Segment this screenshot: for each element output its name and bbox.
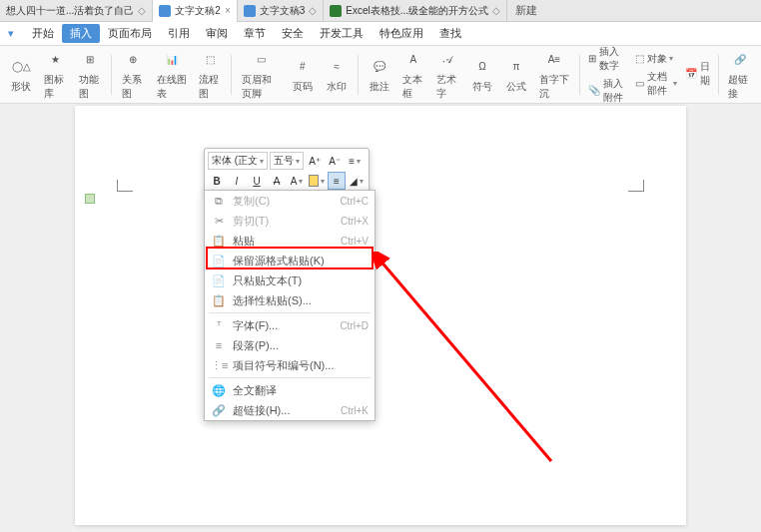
- menu-dev[interactable]: 开发工具: [312, 26, 372, 41]
- btn-attach[interactable]: 📎 插入附件: [584, 76, 631, 106]
- btn-date[interactable]: 📅 日期: [681, 59, 714, 89]
- bullets-icon: ⋮≡: [211, 359, 227, 372]
- ctx-translate[interactable]: 🌐全文翻译: [205, 380, 375, 400]
- obj-icon: ⬚: [635, 53, 644, 64]
- menu-refs[interactable]: 引用: [160, 26, 198, 41]
- btn-docpart[interactable]: ▭ 文档部件▾: [631, 69, 681, 99]
- tab-label: 文字文稿2: [175, 4, 221, 18]
- document-page[interactable]: [75, 106, 686, 525]
- separator: [209, 312, 371, 313]
- bold-button[interactable]: B: [208, 172, 226, 190]
- pin-icon: ◇: [309, 5, 317, 16]
- header-icon: ▭: [250, 49, 272, 71]
- link-icon: 🔗: [211, 404, 227, 417]
- ctx-paste-special[interactable]: 📋选择性粘贴(S)...: [205, 290, 375, 310]
- grow-font-button[interactable]: A⁺: [306, 152, 324, 170]
- comment-icon: 💬: [369, 56, 390, 78]
- btn-formula[interactable]: π公式: [499, 54, 533, 96]
- underline-button[interactable]: U: [248, 172, 266, 190]
- tab-doc1[interactable]: 想人四十一道...活着负了自己◇: [0, 0, 153, 22]
- list-button[interactable]: ≡▾: [346, 152, 364, 170]
- ctx-copy: ⧉复制(C)Ctrl+C: [205, 191, 375, 211]
- btn-comment[interactable]: 💬批注: [363, 54, 396, 96]
- fill-button[interactable]: ◢▾: [348, 172, 366, 190]
- menu-start[interactable]: 开始: [24, 26, 62, 41]
- pin-icon: ◇: [492, 5, 500, 16]
- btn-icons[interactable]: ★图标库: [38, 47, 73, 103]
- ctx-cut: ✂剪切(T)Ctrl+X: [205, 211, 375, 231]
- workspace: [0, 104, 761, 532]
- num-icon: ⊞: [588, 53, 596, 64]
- shrink-font-button[interactable]: A⁻: [326, 152, 344, 170]
- align-button[interactable]: ≡: [328, 172, 346, 190]
- btn-symbol[interactable]: Ω符号: [465, 54, 499, 96]
- btn-first[interactable]: A≡首字下沉: [533, 47, 575, 103]
- paste-text-icon: 📄: [211, 274, 227, 287]
- menu-bar: ▾ 开始 插入 页面布局 引用 审阅 章节 安全 开发工具 特色应用 查找: [0, 22, 761, 46]
- btn-rel[interactable]: ⊕关系图: [116, 47, 151, 103]
- dropcap-icon: A≡: [543, 49, 565, 71]
- margin-corner-tl: [117, 180, 133, 192]
- doc-icon: [159, 5, 171, 17]
- btn-insnum[interactable]: ⊞ 插入数字: [584, 44, 631, 74]
- tab-doc3[interactable]: 文字文稿3◇: [238, 0, 325, 22]
- tab-doc2[interactable]: 文字文稿2×: [153, 0, 237, 22]
- symbol-icon: Ω: [471, 56, 493, 78]
- attach-icon: 📎: [588, 85, 600, 96]
- btn-flow[interactable]: ⬚流程图: [193, 47, 228, 103]
- menu-security[interactable]: 安全: [274, 26, 312, 41]
- paragraph-icon: ≡: [211, 339, 227, 351]
- strike-button[interactable]: A: [268, 172, 286, 190]
- btn-obj[interactable]: ⬚ 对象▾: [631, 51, 681, 67]
- ctx-paste[interactable]: 📋粘贴Ctrl+V: [205, 231, 375, 251]
- tab-new[interactable]: 新建: [507, 3, 545, 18]
- btn-pagenum[interactable]: #页码: [286, 54, 320, 96]
- watermark-icon: ≈: [326, 56, 348, 78]
- menu-insert[interactable]: 插入: [62, 24, 100, 43]
- cut-icon: ✂: [211, 215, 227, 228]
- ctx-hyperlink[interactable]: 🔗超链接(H)...Ctrl+K: [205, 400, 375, 420]
- btn-func[interactable]: ⊞功能图: [73, 47, 108, 103]
- ctx-paste-text[interactable]: 📄只粘贴文本(T): [205, 270, 375, 290]
- date-icon: 📅: [685, 68, 697, 79]
- ctx-font[interactable]: ᵀ字体(F)...Ctrl+D: [205, 315, 375, 335]
- font-icon: ᵀ: [211, 319, 227, 332]
- chart-icon: 📊: [161, 49, 183, 71]
- separator: [231, 55, 232, 95]
- btn-online[interactable]: 📊在线图表: [151, 47, 193, 103]
- menu-chapter[interactable]: 章节: [236, 26, 274, 41]
- func-icon: ⊞: [79, 49, 101, 71]
- btn-textbox[interactable]: A文本框: [396, 47, 431, 103]
- docpart-icon: ▭: [635, 78, 644, 89]
- btn-hyperlink[interactable]: 🔗超链接: [722, 47, 757, 103]
- app-menu-icon[interactable]: ▾: [8, 27, 14, 40]
- context-menu: ⧉复制(C)Ctrl+C ✂剪切(T)Ctrl+X 📋粘贴Ctrl+V 📄保留源…: [204, 190, 376, 421]
- btn-header[interactable]: ▭页眉和页脚: [236, 47, 286, 103]
- textbox-icon: A: [402, 49, 424, 71]
- close-icon[interactable]: ×: [225, 5, 231, 16]
- fontcolor-button[interactable]: A▾: [288, 172, 306, 190]
- separator: [718, 55, 719, 95]
- rel-icon: ⊕: [122, 49, 144, 71]
- ctx-paragraph[interactable]: ≡段落(P)...: [205, 335, 375, 355]
- ctx-bullets[interactable]: ⋮≡项目符号和编号(N)...: [205, 355, 375, 375]
- link-icon: 🔗: [729, 49, 751, 71]
- menu-special[interactable]: 特色应用: [372, 26, 431, 41]
- menu-layout[interactable]: 页面布局: [100, 26, 160, 41]
- ctx-paste-keep-format[interactable]: 📄保留源格式粘贴(K): [205, 251, 375, 270]
- italic-button[interactable]: I: [228, 172, 246, 190]
- tab-doc4[interactable]: Excel表格技...级全能的开方公式◇: [324, 0, 507, 22]
- mini-toolbar: 宋体 (正文▾ 五号▾ A⁺ A⁻ ≡▾ B I U A A▾ ▾ ≡ ◢▾: [204, 148, 370, 194]
- menu-review[interactable]: 审阅: [198, 26, 236, 41]
- btn-wordart[interactable]: 𝒜艺术字: [430, 47, 465, 103]
- highlight-button[interactable]: ▾: [308, 172, 326, 190]
- pin-icon: ◇: [138, 5, 146, 16]
- menu-find[interactable]: 查找: [431, 26, 469, 41]
- font-select[interactable]: 宋体 (正文▾: [208, 152, 268, 170]
- tab-label: 想人四十一道...活着负了自己: [6, 4, 134, 18]
- wordart-icon: 𝒜: [437, 49, 459, 71]
- paste-format-icon: 📄: [211, 255, 227, 267]
- btn-watermark[interactable]: ≈水印: [320, 54, 354, 96]
- btn-shapes[interactable]: ◯△形状: [4, 54, 38, 96]
- size-select[interactable]: 五号▾: [270, 152, 304, 170]
